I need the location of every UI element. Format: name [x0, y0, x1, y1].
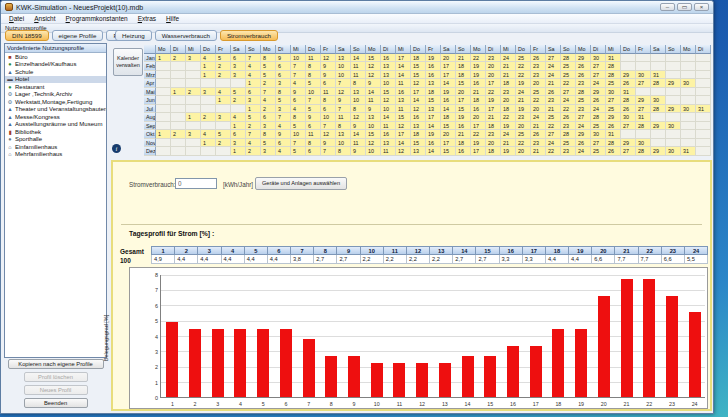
- calendar-day-cell[interactable]: 3: [216, 113, 231, 122]
- calendar-day-cell[interactable]: 10: [366, 147, 381, 156]
- calendar-day-cell[interactable]: 15: [441, 122, 456, 131]
- calendar-day-cell[interactable]: 11: [381, 122, 396, 131]
- hour-value-cell[interactable]: 3,3: [500, 255, 523, 264]
- calendar-day-cell[interactable]: 22: [516, 139, 531, 148]
- menu-datei[interactable]: Datei: [4, 15, 29, 22]
- hour-value-cell[interactable]: 2,7: [314, 255, 337, 264]
- calendar-day-cell[interactable]: 1: [156, 130, 171, 139]
- calendar-day-cell[interactable]: 8: [306, 71, 321, 80]
- calendar-day-cell[interactable]: [201, 96, 216, 105]
- calendar-day-cell[interactable]: [681, 54, 696, 63]
- calendar-day-cell[interactable]: 14: [396, 139, 411, 148]
- calendar-day-cell[interactable]: 6: [276, 62, 291, 71]
- maximize-icon[interactable]: ▭: [677, 3, 692, 11]
- calendar-day-cell[interactable]: 17: [486, 105, 501, 114]
- calendar-day-cell[interactable]: 11: [321, 88, 336, 97]
- calendar-day-cell[interactable]: 10: [381, 79, 396, 88]
- calendar-day-cell[interactable]: 6: [276, 71, 291, 80]
- calendar-day-cell[interactable]: 27: [636, 79, 651, 88]
- calendar-day-cell[interactable]: 5: [261, 71, 276, 80]
- calendar-day-cell[interactable]: 25: [531, 88, 546, 97]
- calendar-day-cell[interactable]: 4: [201, 54, 216, 63]
- calendar-day-cell[interactable]: 27: [591, 62, 606, 71]
- calendar-day-cell[interactable]: 14: [441, 79, 456, 88]
- calendar-day-cell[interactable]: 10: [321, 113, 336, 122]
- calendar-day-cell[interactable]: [171, 113, 186, 122]
- calendar-day-cell[interactable]: 26: [621, 105, 636, 114]
- calendar-day-cell[interactable]: 6: [306, 147, 321, 156]
- calendar-day-cell[interactable]: 13: [351, 88, 366, 97]
- calendar-day-cell[interactable]: 17: [486, 79, 501, 88]
- calendar-day-cell[interactable]: 20: [486, 139, 501, 148]
- calendar-day-cell[interactable]: [171, 122, 186, 131]
- calendar-day-cell[interactable]: [156, 79, 171, 88]
- beenden-button[interactable]: Beenden: [24, 398, 88, 408]
- calendar-day-cell[interactable]: 8: [261, 130, 276, 139]
- calendar-day-cell[interactable]: 12: [336, 88, 351, 97]
- calendar-day-cell[interactable]: 14: [426, 122, 441, 131]
- calendar-day-cell[interactable]: 23: [531, 71, 546, 80]
- calendar-day-cell[interactable]: 6: [246, 88, 261, 97]
- calendar-day-cell[interactable]: 2: [171, 130, 186, 139]
- calendar-day-cell[interactable]: 6: [321, 105, 336, 114]
- calendar-day-cell[interactable]: 17: [471, 122, 486, 131]
- calendar-day-cell[interactable]: 28: [651, 105, 666, 114]
- calendar-day-cell[interactable]: 30: [681, 79, 696, 88]
- calendar-day-cell[interactable]: 31: [636, 113, 651, 122]
- calendar-day-cell[interactable]: 10: [336, 71, 351, 80]
- calendar-day-cell[interactable]: [156, 96, 171, 105]
- calendar-day-cell[interactable]: 23: [486, 130, 501, 139]
- calendar-day-cell[interactable]: 11: [306, 130, 321, 139]
- calendar-day-cell[interactable]: [156, 122, 171, 131]
- calendar-day-cell[interactable]: 3: [231, 71, 246, 80]
- calendar-day-cell[interactable]: 21: [456, 54, 471, 63]
- calendar-day-cell[interactable]: [171, 105, 186, 114]
- calendar-day-cell[interactable]: [666, 88, 681, 97]
- calendar-day-cell[interactable]: 15: [381, 88, 396, 97]
- calendar-day-cell[interactable]: 13: [336, 54, 351, 63]
- calendar-day-cell[interactable]: [171, 71, 186, 80]
- hour-value-cell[interactable]: 4,4: [268, 255, 291, 264]
- list-item-bibliothek[interactable]: ▮Bibliothek: [5, 128, 106, 136]
- calendar-day-cell[interactable]: 21: [501, 139, 516, 148]
- hour-value-cell[interactable]: 2,2: [407, 255, 430, 264]
- calendar-day-cell[interactable]: 9: [336, 96, 351, 105]
- calendar-day-cell[interactable]: 15: [456, 79, 471, 88]
- calendar-day-cell[interactable]: [636, 88, 651, 97]
- calendar-day-cell[interactable]: [201, 122, 216, 131]
- calendar-day-cell[interactable]: [696, 147, 711, 156]
- calendar-day-cell[interactable]: 2: [231, 96, 246, 105]
- calendar-day-cell[interactable]: 21: [501, 71, 516, 80]
- calendar-day-cell[interactable]: 8: [306, 139, 321, 148]
- calendar-day-cell[interactable]: 14: [351, 130, 366, 139]
- calendar-day-cell[interactable]: 7: [261, 88, 276, 97]
- calendar-day-cell[interactable]: 18: [471, 96, 486, 105]
- calendar-day-cell[interactable]: 25: [606, 105, 621, 114]
- calendar-day-cell[interactable]: [651, 54, 666, 63]
- calendar-day-cell[interactable]: 21: [486, 113, 501, 122]
- calendar-day-cell[interactable]: 7: [336, 79, 351, 88]
- calendar-day-cell[interactable]: [621, 62, 636, 71]
- calendar-day-cell[interactable]: 16: [441, 96, 456, 105]
- calendar-day-cell[interactable]: 19: [516, 79, 531, 88]
- calendar-day-cell[interactable]: 29: [576, 130, 591, 139]
- calendar-day-cell[interactable]: [666, 62, 681, 71]
- calendar-day-cell[interactable]: [171, 62, 186, 71]
- calendar-day-cell[interactable]: 13: [381, 139, 396, 148]
- calendar-day-cell[interactable]: [621, 130, 636, 139]
- calendar-day-cell[interactable]: 22: [516, 62, 531, 71]
- calendar-day-cell[interactable]: 8: [291, 113, 306, 122]
- calendar-day-cell[interactable]: 23: [546, 96, 561, 105]
- calendar-day-cell[interactable]: [171, 147, 186, 156]
- calendar-day-cell[interactable]: 22: [546, 122, 561, 131]
- calendar-day-cell[interactable]: 19: [516, 105, 531, 114]
- calendar-day-cell[interactable]: 12: [321, 130, 336, 139]
- calendar-day-cell[interactable]: 15: [426, 96, 441, 105]
- calendar-day-cell[interactable]: 1: [201, 62, 216, 71]
- list-item-messe-kongress[interactable]: ▲Messe/Kongress: [5, 113, 106, 121]
- calendar-day-cell[interactable]: 10: [366, 122, 381, 131]
- calendar-day-cell[interactable]: 7: [291, 139, 306, 148]
- calendar-day-cell[interactable]: 24: [546, 62, 561, 71]
- calendar-day-cell[interactable]: [636, 130, 651, 139]
- calendar-day-cell[interactable]: 7: [321, 122, 336, 131]
